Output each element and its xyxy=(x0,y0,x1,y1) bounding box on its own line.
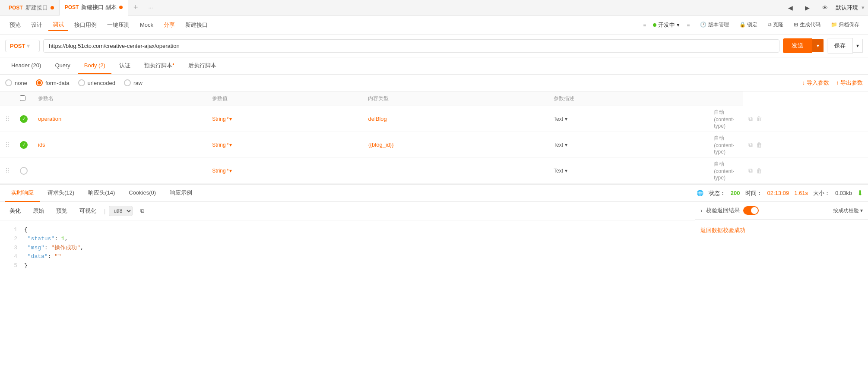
drag-icon-2[interactable]: ⠿ xyxy=(5,141,10,148)
copy-row-3[interactable]: ⧉ xyxy=(748,167,753,174)
check-btn-2[interactable]: ✓ xyxy=(20,141,28,149)
text-type-3[interactable]: Text ▾ xyxy=(554,168,703,174)
radio-none[interactable]: none xyxy=(5,79,27,86)
check-mark-1: ✓ xyxy=(22,116,26,122)
nav-back[interactable]: ◀ xyxy=(784,3,797,13)
sub-tab-body[interactable]: Body (2) xyxy=(78,58,111,74)
params-header: 参数名 参数值 内容类型 参数描述 xyxy=(0,91,868,106)
url-input[interactable] xyxy=(43,39,779,53)
download-icon[interactable]: ⬇ xyxy=(857,189,863,197)
verify-label: 校验返回结果 xyxy=(706,207,740,214)
toolbar-right: ≡ 开发中 ▾ ≡ 🕐 版本管理 🔒 锁定 ⧉ 克隆 ⊞ 生成代码 📁 归档保存 xyxy=(640,19,863,30)
env-chevron: ▾ xyxy=(862,4,865,11)
radio-urlencoded-label: urlencoded xyxy=(88,80,115,86)
eye-btn[interactable]: 👁 xyxy=(817,3,832,13)
delete-row-3[interactable]: 🗑 xyxy=(756,167,762,174)
send-dropdown[interactable]: ▾ xyxy=(812,39,824,52)
actions-cell-3: ⧉ 🗑 xyxy=(743,158,868,184)
toolbar-share[interactable]: 分享 xyxy=(159,19,179,31)
drag-icon-3[interactable]: ⠿ xyxy=(5,167,10,174)
toolbar-version[interactable]: 🕐 版本管理 xyxy=(697,19,732,30)
tab-more[interactable]: ··· xyxy=(143,0,158,16)
param-name-1[interactable]: operation xyxy=(38,116,61,122)
code-line-5: 5} xyxy=(7,261,688,270)
check-all[interactable] xyxy=(20,95,25,101)
param-value-2[interactable]: {{blog_id}} xyxy=(368,141,393,148)
type-select-2[interactable]: String * ▾ xyxy=(212,142,358,148)
check-btn-1[interactable]: ✓ xyxy=(20,115,28,123)
toolbar-new[interactable]: 新建接口 xyxy=(181,19,212,31)
delete-row-2[interactable]: 🗑 xyxy=(756,141,762,148)
env-badge[interactable]: 开发中 ▾ xyxy=(653,21,680,29)
radio-raw[interactable]: raw xyxy=(124,79,143,86)
drag-cell-1: ⠿ xyxy=(0,106,15,132)
sub-tab-header[interactable]: Header (20) xyxy=(5,58,47,74)
radio-form-data[interactable]: form-data xyxy=(36,79,70,86)
content-type-cell-2: Text ▾ xyxy=(548,132,709,158)
export-params[interactable]: ↑ 导出参数 xyxy=(836,79,863,87)
tab-1[interactable]: POST 新建接口 xyxy=(3,0,60,16)
sub-tab-query[interactable]: Query xyxy=(49,58,76,74)
resp-tab-realtime[interactable]: 实时响应 xyxy=(5,185,40,202)
resp-visual[interactable]: 可视化 xyxy=(75,205,101,217)
send-button[interactable]: 发送 xyxy=(783,38,812,53)
toolbar-preview[interactable]: 预览 xyxy=(5,19,25,31)
toolbar-list[interactable]: ≡ xyxy=(683,20,693,30)
text-type-2[interactable]: Text ▾ xyxy=(554,142,703,148)
page-wrapper: POST 新建接口 POST 新建接口 副本 + ··· ◀ ▶ 👁 默认环境 … xyxy=(0,0,868,377)
type-select-1[interactable]: String * ▾ xyxy=(212,116,232,122)
env-chevron2: ▾ xyxy=(677,22,680,28)
param-name-2[interactable]: ids xyxy=(38,141,45,148)
sub-tab-pre-script[interactable]: 预执行脚本● xyxy=(138,57,181,75)
toolbar-design[interactable]: 设计 xyxy=(27,19,47,31)
drag-icon-1[interactable]: ⠿ xyxy=(5,116,10,123)
toolbar-debug[interactable]: 调试 xyxy=(48,19,68,31)
toolbar-generate[interactable]: ⊞ 生成代码 xyxy=(790,19,824,30)
save-dropdown[interactable]: ▾ xyxy=(853,39,863,53)
resp-preview[interactable]: 预览 xyxy=(52,205,72,217)
type-cell-3: String * ▾ xyxy=(207,158,363,184)
check-cell-1: ✓ xyxy=(15,106,33,132)
toolbar-sort[interactable]: ≡ xyxy=(640,20,649,30)
response-body-area: 美化 原始 预览 可视化 | utf8 ⧉ 1{ 2 xyxy=(0,202,868,276)
copy-row-1[interactable]: ⧉ xyxy=(748,115,753,123)
toolbar-mock[interactable]: Mock xyxy=(136,20,158,30)
tab-plus[interactable]: + xyxy=(128,0,143,16)
toolbar-clone[interactable]: ⧉ 克隆 xyxy=(764,19,787,30)
tab-2[interactable]: POST 新建接口 副本 xyxy=(60,0,128,16)
sub-tab-auth[interactable]: 认证 xyxy=(113,57,136,75)
expand-btn[interactable]: › xyxy=(700,207,703,214)
toolbar-lock[interactable]: 🔒 锁定 xyxy=(736,19,761,30)
radio-urlencoded[interactable]: urlencoded xyxy=(78,79,115,86)
copy-row-2[interactable]: ⧉ xyxy=(748,141,753,148)
nav-forward[interactable]: ▶ xyxy=(801,3,814,13)
text-type-1[interactable]: Text ▾ xyxy=(554,116,703,122)
row-actions-2: ⧉ 🗑 xyxy=(748,141,863,148)
method-select[interactable]: POST ▾ xyxy=(5,40,40,52)
param-value-1[interactable]: delBlog xyxy=(368,116,386,122)
resp-raw[interactable]: 原始 xyxy=(29,205,48,217)
sub-tab-post-script[interactable]: 后执行脚本 xyxy=(182,57,222,75)
save-button[interactable]: 保存 xyxy=(827,38,853,53)
delete-row-1[interactable]: 🗑 xyxy=(756,115,762,122)
copy-btn[interactable]: ⧉ xyxy=(136,206,149,216)
duration-value: 1.61s xyxy=(794,190,808,196)
resp-beautify[interactable]: 美化 xyxy=(5,205,25,217)
verify-toggle[interactable] xyxy=(743,206,759,215)
check-btn-3[interactable] xyxy=(20,167,28,175)
th-content-type: 内容类型 xyxy=(363,91,548,106)
import-params[interactable]: ↓ 导入参数 xyxy=(802,79,829,87)
encoding-select[interactable]: utf8 xyxy=(109,206,133,216)
params-table: 参数名 参数值 内容类型 参数描述 ⠿ ✓ o xyxy=(0,91,868,184)
resp-tab-examples[interactable]: 响应示例 xyxy=(164,185,198,202)
toolbar-archive[interactable]: 📁 归档保存 xyxy=(827,19,863,30)
resp-tab-cookies[interactable]: Cookies(0) xyxy=(123,185,162,201)
toolbar-stress[interactable]: 一键压测 xyxy=(103,19,134,31)
toolbar-examples[interactable]: 接口用例 xyxy=(70,19,101,31)
type-select-3[interactable]: String * ▾ xyxy=(212,168,358,174)
resp-tab-resp-headers[interactable]: 响应头(14) xyxy=(82,185,121,202)
verify-action[interactable]: 按成功校验 ▾ xyxy=(833,207,863,214)
resp-tab-req-headers[interactable]: 请求头(12) xyxy=(41,185,80,202)
th-param-value: 参数值 xyxy=(207,91,363,106)
radio-none-label: none xyxy=(15,80,27,86)
